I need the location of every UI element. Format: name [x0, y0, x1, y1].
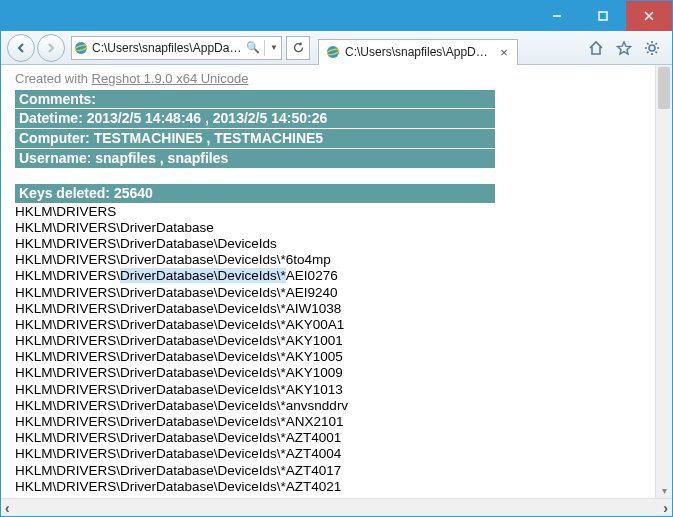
band-comments: Comments: [15, 90, 495, 109]
ie-tab-icon [325, 44, 341, 60]
registry-key-line[interactable]: HKLM\DRIVERS\DriverDatabase\DeviceIds\*A… [15, 414, 662, 430]
band-datetime: Datetime: 2013/2/5 14:48:46 , 2013/2/5 1… [15, 109, 495, 128]
address-separator [264, 40, 265, 56]
window-titlebar [1, 1, 672, 31]
registry-key-line[interactable]: HKLM\DRIVERS\DriverDatabase\DeviceIds\*A… [15, 268, 662, 284]
vertical-scrollbar[interactable]: ▾ [655, 65, 672, 498]
page-content: Created with Regshot 1.9.0 x64 Unicode C… [1, 65, 672, 498]
registry-key-line[interactable]: HKLM\DRIVERS\DriverDatabase [15, 220, 662, 236]
band-keys-deleted: Keys deleted: 25640 [15, 184, 495, 203]
created-with-line: Created with Regshot 1.9.0 x64 Unicode [15, 71, 662, 87]
svg-line-13 [647, 43, 649, 45]
forward-button[interactable] [37, 34, 65, 62]
horizontal-scrollbar[interactable]: ‹ › [1, 498, 672, 516]
registry-key-line[interactable]: HKLM\DRIVERS\DriverDatabase\DeviceIds\*A… [15, 382, 662, 398]
command-bar [586, 38, 666, 58]
band-username: Username: snapfiles , snapfiles [15, 149, 495, 168]
home-icon[interactable] [586, 38, 606, 58]
svg-line-16 [656, 43, 658, 45]
created-prefix: Created with [15, 71, 92, 86]
registry-key-line[interactable]: HKLM\DRIVERS\DriverDatabase\DeviceIds\*A… [15, 301, 662, 317]
search-icon[interactable]: 🔍 [244, 41, 262, 54]
tab-title: C:\Users\snapfiles\AppData\... [345, 45, 493, 59]
registry-key-line[interactable]: HKLM\DRIVERS\DriverDatabase\DeviceIds\*A… [15, 333, 662, 349]
svg-rect-1 [599, 12, 607, 20]
browser-tab[interactable]: C:\Users\snapfiles\AppData\... × [318, 39, 518, 65]
registry-key-line[interactable]: HKLM\DRIVERS\DriverDatabase\DeviceIds\*A… [15, 285, 662, 301]
close-button[interactable] [626, 1, 672, 31]
tab-close-icon[interactable]: × [497, 45, 511, 60]
regshot-link[interactable]: Regshot 1.9.0 x64 Unicode [92, 71, 249, 86]
registry-key-line[interactable]: HKLM\DRIVERS\DriverDatabase\DeviceIds\*A… [15, 463, 662, 479]
address-dropdown-icon[interactable]: ▼ [267, 43, 281, 52]
registry-key-line[interactable]: HKLM\DRIVERS\DriverDatabase\DeviceIds\*A… [15, 349, 662, 365]
scrollbar-thumb[interactable] [658, 67, 670, 109]
address-input[interactable] [90, 41, 244, 55]
minimize-button[interactable] [534, 1, 580, 31]
scroll-right-arrow-icon[interactable]: › [663, 500, 668, 516]
svg-point-8 [649, 45, 655, 51]
tools-icon[interactable] [642, 38, 662, 58]
maximize-button[interactable] [580, 1, 626, 31]
scroll-left-arrow-icon[interactable]: ‹ [5, 500, 10, 516]
svg-point-6 [327, 46, 339, 58]
favorites-icon[interactable] [614, 38, 634, 58]
registry-key-line[interactable]: HKLM\DRIVERS\DriverDatabase\DeviceIds [15, 236, 662, 252]
registry-key-line[interactable]: HKLM\DRIVERS\DriverDatabase\DeviceIds\*a… [15, 398, 662, 414]
svg-line-14 [656, 51, 658, 53]
refresh-button[interactable] [286, 36, 310, 60]
registry-key-line[interactable]: HKLM\DRIVERS\DriverDatabase\DeviceIds\*A… [15, 365, 662, 381]
registry-key-line[interactable]: HKLM\DRIVERS [15, 204, 662, 220]
svg-point-4 [75, 42, 87, 54]
svg-line-15 [647, 51, 649, 53]
scroll-down-arrow-icon[interactable]: ▾ [656, 485, 672, 496]
registry-key-line[interactable]: HKLM\DRIVERS\DriverDatabase\DeviceIds\*A… [15, 317, 662, 333]
back-button[interactable] [7, 34, 35, 62]
registry-key-line[interactable]: HKLM\DRIVERS\DriverDatabase\DeviceIds\*A… [15, 430, 662, 446]
address-bar[interactable]: 🔍 ▼ [71, 36, 282, 60]
registry-key-line[interactable]: HKLM\DRIVERS\DriverDatabase\DeviceIds\*A… [15, 446, 662, 462]
browser-toolbar: 🔍 ▼ C:\Users\snapfiles\AppData\... × [1, 31, 672, 65]
ie-page-icon [72, 40, 90, 56]
keys-list: HKLM\DRIVERSHKLM\DRIVERS\DriverDatabaseH… [15, 204, 662, 498]
registry-key-line[interactable]: HKLM\DRIVERS\DriverDatabase\DeviceIds\*6… [15, 252, 662, 268]
registry-key-line[interactable]: HKLM\DRIVERS\DriverDatabase\DeviceIds\*A… [15, 479, 662, 495]
band-computer: Computer: TESTMACHINE5 , TESTMACHINE5 [15, 129, 495, 148]
registry-key-line[interactable]: HKLM\DRIVERS\DriverDatabase\DeviceIds\*B… [15, 495, 662, 498]
